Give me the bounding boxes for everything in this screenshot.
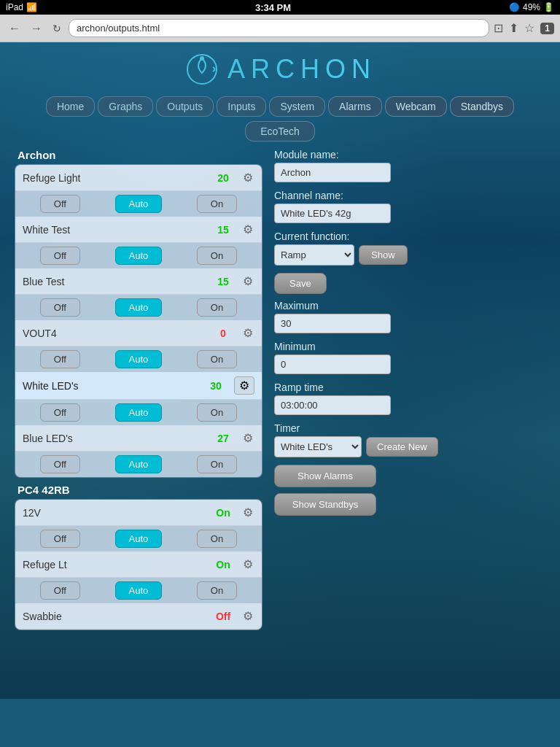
on-button-12v[interactable]: On	[197, 530, 237, 548]
share-button[interactable]: ⬆	[509, 21, 518, 35]
tab-count[interactable]: 1	[540, 23, 554, 34]
pc4-panel: 12V On ⚙ Off Auto On Refuge Lt On ⚙ Off	[15, 499, 262, 630]
auto-button-blue-test[interactable]: Auto	[115, 298, 163, 317]
channel-name-blue-test: Blue Test	[23, 276, 212, 287]
ecotech-bar: EcoTech	[0, 121, 560, 142]
gear-box-white-leds[interactable]: ⚙	[234, 376, 254, 395]
gear-button-white-test[interactable]: ⚙	[241, 221, 254, 238]
back-button[interactable]: ←	[6, 20, 23, 36]
timer-group: Timer White LED's Blue LED's Create New	[274, 422, 545, 457]
channel-name-input[interactable]	[274, 204, 391, 223]
on-button-white-leds[interactable]: On	[197, 403, 237, 422]
gear-button-swabbie[interactable]: ⚙	[241, 608, 254, 624]
status-bar: iPad 📶 3:34 PM 🔵 49% 🔋	[0, 0, 560, 15]
nav-standbys[interactable]: Standbys	[450, 96, 514, 117]
on-button-refuge-light[interactable]: On	[197, 195, 237, 213]
nav-ecotech[interactable]: EcoTech	[245, 121, 315, 142]
status-time: 3:34 PM	[255, 2, 291, 13]
on-button-white-test[interactable]: On	[197, 247, 237, 265]
auto-button-12v[interactable]: Auto	[115, 530, 163, 548]
gear-button-vout4[interactable]: ⚙	[241, 325, 254, 341]
channel-swabbie: Swabbie Off ⚙	[15, 603, 262, 630]
pc4-section-title: PC4 42RB	[15, 484, 262, 496]
forward-button[interactable]: →	[28, 20, 45, 36]
channel-value-swabbie: Off	[212, 611, 234, 622]
battery-label: 49%	[523, 2, 540, 12]
gear-button-blue-test[interactable]: ⚙	[241, 273, 254, 290]
channel-vout4: VOUT4 0 ⚙	[15, 320, 262, 347]
show-standbys-button[interactable]: Show Standbys	[274, 493, 376, 516]
bluetooth-icon: 🔵	[509, 2, 520, 12]
maximum-group: Maximum	[274, 300, 545, 333]
channel-refuge-lt: Refuge Lt On ⚙	[15, 551, 262, 578]
on-button-refuge-lt[interactable]: On	[197, 581, 237, 600]
nav-home[interactable]: Home	[46, 96, 95, 117]
module-name-input[interactable]	[274, 163, 391, 182]
channel-value-blue-test: 15	[212, 276, 234, 287]
off-button-white-leds[interactable]: Off	[40, 403, 80, 422]
maximum-input[interactable]	[274, 314, 391, 333]
channel-name-swabbie: Swabbie	[23, 611, 212, 622]
on-button-blue-leds[interactable]: On	[197, 455, 237, 473]
auto-button-refuge-light[interactable]: Auto	[115, 195, 163, 213]
off-button-12v[interactable]: Off	[40, 530, 80, 548]
auto-button-white-test[interactable]: Auto	[115, 247, 163, 265]
tab-view-button[interactable]: ⊡	[494, 21, 503, 35]
timer-row: White LED's Blue LED's Create New	[274, 436, 545, 457]
on-button-blue-test[interactable]: On	[197, 298, 237, 317]
nav-outputs[interactable]: Outputs	[156, 96, 214, 117]
channel-value-12v: On	[212, 507, 234, 519]
nav-webcam[interactable]: Webcam	[385, 96, 447, 117]
off-button-refuge-lt[interactable]: Off	[40, 581, 80, 600]
show-alarms-button[interactable]: Show Alarms	[274, 465, 376, 487]
minimum-input[interactable]	[274, 355, 391, 374]
channel-name-white-leds: White LED's	[23, 380, 205, 392]
logo-text: ARCHON	[228, 54, 376, 85]
off-button-vout4[interactable]: Off	[40, 350, 80, 368]
gear-button-refuge-light[interactable]: ⚙	[241, 169, 254, 186]
address-bar[interactable]	[69, 19, 489, 37]
auto-button-vout4[interactable]: Auto	[115, 350, 163, 368]
main-content: Archon Refuge Light 20 ⚙ Off Auto On Whi…	[0, 149, 560, 651]
logo-area: ARCHON	[0, 42, 560, 93]
show-button[interactable]: Show	[359, 245, 408, 265]
nav-graphs[interactable]: Graphs	[98, 96, 153, 117]
timer-label: Timer	[274, 422, 545, 434]
nav-system[interactable]: System	[269, 96, 325, 117]
channel-name-refuge-light: Refuge Light	[23, 172, 212, 184]
channel-12v: 12V On ⚙	[15, 500, 262, 526]
minimum-label: Minimum	[274, 341, 545, 352]
timer-select[interactable]: White LED's Blue LED's	[274, 436, 362, 457]
nav-inputs[interactable]: Inputs	[217, 96, 266, 117]
device-label: iPad	[6, 2, 23, 12]
page-background: ARCHON Home Graphs Outputs Inputs System…	[0, 42, 560, 699]
function-select[interactable]: Ramp Fixed Timer Manual	[274, 244, 354, 266]
auto-button-refuge-lt[interactable]: Auto	[115, 581, 163, 600]
ramp-time-input[interactable]	[274, 395, 391, 415]
browser-chrome: ← → ↻ ⊡ ⬆ ☆ 1	[0, 15, 560, 42]
on-button-vout4[interactable]: On	[197, 350, 237, 368]
off-button-refuge-light[interactable]: Off	[40, 195, 80, 213]
channel-value-white-test: 15	[212, 224, 234, 236]
refresh-button[interactable]: ↻	[50, 21, 64, 36]
auto-button-white-leds[interactable]: Auto	[115, 403, 163, 422]
channel-blue-test: Blue Test 15 ⚙	[15, 268, 262, 295]
logo-icon	[184, 51, 220, 88]
off-button-blue-leds[interactable]: Off	[40, 455, 80, 473]
channel-white-test: White Test 15 ⚙	[15, 217, 262, 243]
controls-12v: Off Auto On	[15, 526, 262, 551]
off-button-blue-test[interactable]: Off	[40, 298, 80, 317]
gear-button-12v[interactable]: ⚙	[241, 504, 254, 521]
save-button[interactable]: Save	[274, 273, 327, 294]
gear-button-refuge-lt[interactable]: ⚙	[241, 556, 254, 573]
channel-name-vout4: VOUT4	[23, 328, 212, 339]
bookmark-button[interactable]: ☆	[524, 21, 534, 35]
nav-alarms[interactable]: Alarms	[328, 96, 382, 117]
controls-blue-leds: Off Auto On	[15, 452, 262, 477]
archon-section-title: Archon	[15, 149, 262, 161]
auto-button-blue-leds[interactable]: Auto	[115, 455, 163, 473]
create-new-button[interactable]: Create New	[366, 437, 438, 457]
off-button-white-test[interactable]: Off	[40, 247, 80, 265]
gear-button-blue-leds[interactable]: ⚙	[241, 430, 254, 446]
channel-name-refuge-lt: Refuge Lt	[23, 559, 212, 570]
